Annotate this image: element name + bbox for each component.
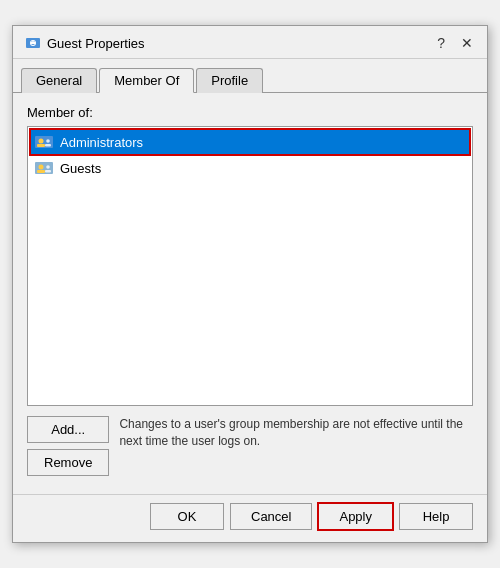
title-bar: Guest Properties ? ✕ [13, 26, 487, 59]
footer: OK Cancel Apply Help [13, 494, 487, 542]
remove-button[interactable]: Remove [27, 449, 109, 476]
member-of-label: Member of: [27, 105, 473, 120]
apply-button[interactable]: Apply [318, 503, 393, 530]
action-row: Add... Remove Changes to a user's group … [27, 416, 473, 476]
dialog-window: Guest Properties ? ✕ General Member Of P… [12, 25, 488, 543]
ok-button[interactable]: OK [150, 503, 224, 530]
help-button[interactable]: ? [429, 32, 453, 54]
list-item-administrators-label: Administrators [60, 135, 143, 150]
tab-general[interactable]: General [21, 68, 97, 93]
svg-point-8 [46, 139, 50, 143]
title-bar-left: Guest Properties [25, 35, 145, 51]
svg-rect-9 [45, 144, 51, 147]
cancel-button[interactable]: Cancel [230, 503, 312, 530]
svg-rect-7 [37, 144, 45, 147]
svg-rect-12 [37, 170, 45, 173]
svg-point-4 [32, 41, 34, 43]
list-item-administrators[interactable]: Administrators [30, 129, 470, 155]
dialog-icon [25, 35, 41, 51]
svg-point-13 [46, 165, 50, 169]
tabs-row: General Member Of Profile [13, 59, 487, 92]
list-item-guests-label: Guests [60, 161, 101, 176]
dialog-title: Guest Properties [47, 36, 145, 51]
content-area: Member of: Administrators [13, 92, 487, 488]
action-buttons: Add... Remove [27, 416, 109, 476]
tab-profile[interactable]: Profile [196, 68, 263, 93]
svg-point-6 [39, 139, 44, 144]
svg-point-11 [39, 165, 44, 170]
title-bar-controls: ? ✕ [429, 32, 479, 54]
add-button[interactable]: Add... [27, 416, 109, 443]
action-note: Changes to a user's group membership are… [119, 416, 473, 450]
list-item-guests[interactable]: Guests [30, 155, 470, 181]
member-list[interactable]: Administrators Guests [27, 126, 473, 406]
svg-rect-14 [45, 170, 51, 173]
tab-member-of[interactable]: Member Of [99, 68, 194, 93]
group-icon-administrators [34, 132, 54, 152]
group-icon-guests [34, 158, 54, 178]
close-button[interactable]: ✕ [455, 32, 479, 54]
help-footer-button[interactable]: Help [399, 503, 473, 530]
